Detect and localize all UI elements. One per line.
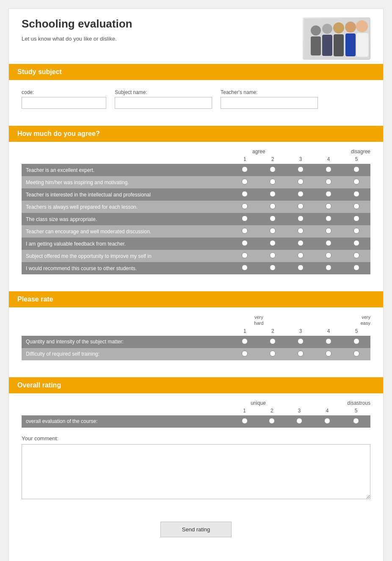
please-rate-body: veryhard veryeasy 1 2 3 4 5 Quantit bbox=[9, 307, 383, 369]
svg-rect-4 bbox=[322, 35, 332, 56]
radio-agree2-1[interactable] bbox=[242, 179, 248, 185]
comment-textarea[interactable] bbox=[22, 444, 370, 499]
svg-point-3 bbox=[322, 24, 332, 34]
subject-name-field-group: Subject name: bbox=[115, 89, 212, 109]
radio-agree2-4[interactable] bbox=[326, 179, 331, 185]
radio-agree1-4[interactable] bbox=[326, 166, 331, 172]
study-subject-body: code: Subject name: Teacher's name: bbox=[9, 80, 383, 117]
radio-agree5-3[interactable] bbox=[298, 216, 304, 221]
comment-section: Your comment: bbox=[22, 435, 370, 500]
row-label: Teacher can encourage and well moderated… bbox=[22, 225, 231, 238]
row-label: overall evaluation of the course: bbox=[22, 415, 231, 428]
comment-label: Your comment: bbox=[22, 435, 370, 442]
radio-agree4-3[interactable] bbox=[298, 203, 304, 209]
radio-agree4-5[interactable] bbox=[353, 203, 359, 209]
radio-rate2-3[interactable] bbox=[298, 351, 304, 356]
radio-rate1-5[interactable] bbox=[353, 338, 359, 344]
radio-agree3-2[interactable] bbox=[270, 191, 276, 197]
disastrous-label: disastrous bbox=[313, 400, 370, 407]
row-label: I would recommend this course to other s… bbox=[22, 262, 231, 274]
radio-agree9-5[interactable] bbox=[353, 265, 359, 271]
table-row: Meeting him/her was inspiring and motiva… bbox=[22, 176, 370, 188]
radio-agree2-2[interactable] bbox=[270, 179, 276, 185]
page-subtitle: Let us know what do you like or dislike. bbox=[22, 36, 132, 42]
overall-rating-table: unique disastrous 1 2 3 4 5 overall bbox=[22, 400, 370, 428]
radio-agree3-1[interactable] bbox=[242, 191, 248, 197]
radio-agree4-2[interactable] bbox=[270, 203, 276, 209]
page-container: Schooling evaluation Let us know what do… bbox=[8, 8, 384, 561]
radio-agree9-4[interactable] bbox=[326, 265, 331, 271]
table-row: Quantity and intensity of the subject ma… bbox=[22, 336, 370, 348]
radio-agree9-3[interactable] bbox=[298, 265, 304, 271]
please-rate-section: Please rate veryhard veryeasy 1 2 3 bbox=[9, 291, 383, 369]
radio-agree1-2[interactable] bbox=[270, 166, 276, 172]
radio-overall1-4[interactable] bbox=[324, 418, 330, 424]
code-input[interactable] bbox=[22, 97, 106, 109]
radio-agree8-3[interactable] bbox=[298, 252, 304, 258]
radio-overall1-3[interactable] bbox=[296, 418, 302, 424]
radio-agree7-5[interactable] bbox=[353, 240, 359, 246]
radio-rate2-1[interactable] bbox=[242, 351, 248, 356]
radio-agree5-2[interactable] bbox=[270, 216, 276, 221]
agree-label: agree bbox=[231, 149, 287, 155]
very-easy-label: veryeasy bbox=[315, 314, 370, 327]
row-label: Teachers is always well prepared for eac… bbox=[22, 201, 231, 213]
header-text: Schooling evaluation Let us know what do… bbox=[22, 17, 132, 42]
unique-label: unique bbox=[231, 400, 285, 407]
row-label: I am getting valuable feedback from teac… bbox=[22, 238, 231, 250]
radio-agree1-1[interactable] bbox=[242, 166, 248, 172]
radio-agree9-1[interactable] bbox=[242, 265, 248, 271]
radio-agree4-4[interactable] bbox=[326, 203, 331, 209]
radio-agree8-4[interactable] bbox=[326, 252, 331, 258]
agree-section: How much do you agree? agree disagree 1 … bbox=[9, 126, 383, 283]
radio-agree5-4[interactable] bbox=[326, 216, 331, 221]
radio-agree6-1[interactable] bbox=[242, 228, 248, 234]
table-row: Difficulty of required self training: bbox=[22, 348, 370, 360]
radio-rate1-3[interactable] bbox=[298, 338, 304, 344]
radio-agree7-1[interactable] bbox=[242, 240, 248, 246]
radio-agree5-5[interactable] bbox=[353, 216, 359, 221]
send-rating-button[interactable]: Send rating bbox=[160, 522, 232, 537]
radio-agree9-2[interactable] bbox=[270, 265, 276, 271]
radio-rate1-1[interactable] bbox=[242, 338, 248, 344]
radio-agree5-1[interactable] bbox=[242, 216, 248, 221]
radio-agree3-4[interactable] bbox=[326, 191, 331, 197]
code-label: code: bbox=[22, 89, 106, 95]
radio-agree7-4[interactable] bbox=[326, 240, 331, 246]
table-row: I am getting valuable feedback from teac… bbox=[22, 238, 370, 250]
radio-rate2-5[interactable] bbox=[353, 351, 359, 356]
teacher-name-field-group: Teacher's name: bbox=[221, 89, 318, 109]
agree-labels-row: agree disagree bbox=[22, 149, 370, 155]
radio-overall1-1[interactable] bbox=[242, 418, 248, 424]
radio-agree1-3[interactable] bbox=[298, 166, 304, 172]
radio-agree8-5[interactable] bbox=[353, 252, 359, 258]
radio-agree6-4[interactable] bbox=[326, 228, 331, 234]
radio-agree6-5[interactable] bbox=[353, 228, 359, 234]
rate-numbers-row: 1 2 3 4 5 bbox=[22, 327, 370, 336]
radio-agree2-5[interactable] bbox=[353, 179, 359, 185]
radio-agree3-3[interactable] bbox=[298, 191, 304, 197]
radio-agree7-3[interactable] bbox=[298, 240, 304, 246]
radio-agree2-3[interactable] bbox=[298, 179, 304, 185]
code-field-group: code: bbox=[22, 89, 106, 109]
radio-agree3-5[interactable] bbox=[353, 191, 359, 197]
radio-agree6-3[interactable] bbox=[298, 228, 304, 234]
radio-rate2-4[interactable] bbox=[326, 351, 331, 356]
agree-table: agree disagree 1 2 3 4 5 Teacher is bbox=[22, 149, 370, 274]
teacher-name-input[interactable] bbox=[221, 97, 318, 109]
radio-rate1-2[interactable] bbox=[270, 338, 276, 344]
radio-overall1-5[interactable] bbox=[353, 418, 359, 424]
radio-agree1-5[interactable] bbox=[353, 166, 359, 172]
radio-agree6-2[interactable] bbox=[270, 228, 276, 234]
row-label: Teacher is an excellent expert. bbox=[22, 164, 231, 176]
radio-agree4-1[interactable] bbox=[242, 203, 248, 209]
radio-rate1-4[interactable] bbox=[326, 338, 331, 344]
radio-agree8-2[interactable] bbox=[270, 252, 276, 258]
radio-agree8-1[interactable] bbox=[242, 252, 248, 258]
subject-name-input[interactable] bbox=[115, 97, 212, 109]
radio-rate2-2[interactable] bbox=[270, 351, 276, 356]
agree-section-header: How much do you agree? bbox=[9, 126, 383, 142]
svg-rect-2 bbox=[311, 36, 321, 55]
radio-overall1-2[interactable] bbox=[269, 418, 275, 424]
radio-agree7-2[interactable] bbox=[270, 240, 276, 246]
